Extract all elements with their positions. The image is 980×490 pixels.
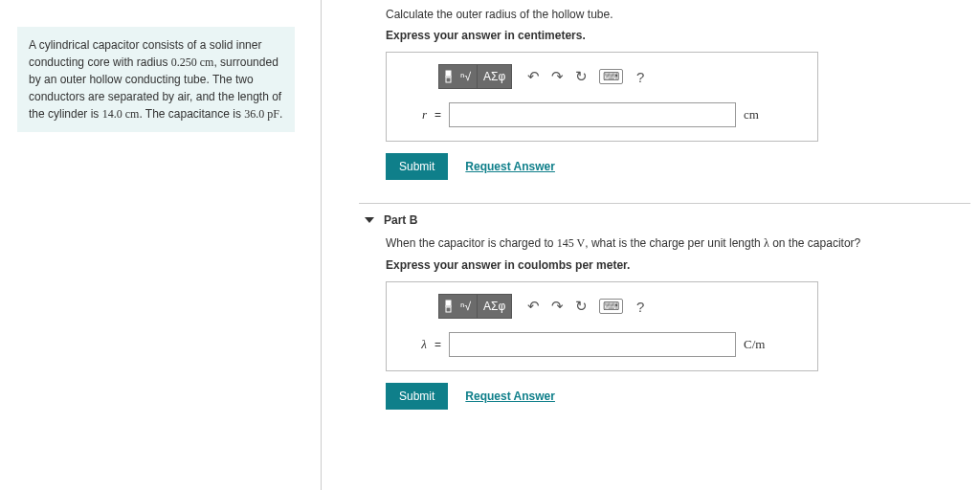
- keyboard-icon: ⌨: [599, 69, 623, 84]
- svg-rect-1: [446, 78, 451, 82]
- part-a-actions: Submit Request Answer: [386, 153, 970, 180]
- redo-icon: ↷: [551, 68, 564, 85]
- help-button[interactable]: ?: [629, 64, 652, 89]
- redo-icon: ↷: [551, 298, 564, 315]
- sqrt-icon: ⁿ√: [460, 300, 471, 313]
- problem-length: 14.0 cm: [102, 107, 140, 121]
- sqrt-icon: ⁿ√: [460, 70, 471, 83]
- request-answer-link[interactable]: Request Answer: [465, 390, 555, 403]
- greek-button[interactable]: ΑΣφ: [478, 294, 512, 319]
- fraction-template-icon: [445, 70, 458, 83]
- part-a-answer-box: ⁿ√ ΑΣφ ↶ ↷ ↻ ⌨ ? r = cm: [386, 52, 818, 142]
- part-a-body: Calculate the outer radius of the hollow…: [359, 4, 970, 188]
- problem-cap: 36.0 pF: [244, 107, 279, 121]
- template-button[interactable]: ⁿ√: [438, 294, 478, 319]
- greek-button[interactable]: ΑΣφ: [478, 64, 512, 89]
- undo-icon: ↶: [527, 298, 540, 315]
- part-a-prompt: Calculate the outer radius of the hollow…: [386, 8, 970, 21]
- part-b-instruction: Express your answer in coulombs per mete…: [386, 258, 970, 272]
- problem-text: .: [279, 107, 282, 121]
- submit-button[interactable]: Submit: [386, 153, 448, 180]
- answer-pane: Calculate the outer radius of the hollow…: [359, 0, 970, 417]
- part-a-equation-row: r = cm: [398, 102, 806, 127]
- part-b-body: When the capacitor is charged to 145 V, …: [359, 233, 970, 417]
- reset-icon: ↻: [575, 298, 588, 315]
- problem-text: . The capacitance is: [139, 107, 244, 121]
- part-a-instruction: Express your answer in centimeters.: [386, 29, 970, 42]
- problem-statement-pane: A cylindrical capacitor consists of a so…: [17, 27, 295, 132]
- undo-icon: ↶: [527, 68, 540, 85]
- reset-button[interactable]: ↻: [569, 64, 593, 89]
- part-a-unit: cm: [744, 107, 759, 122]
- equation-toolbar: ⁿ√ ΑΣφ ↶ ↷ ↻ ⌨ ?: [438, 64, 806, 89]
- help-icon: ?: [636, 69, 644, 85]
- request-answer-link[interactable]: Request Answer: [465, 160, 555, 173]
- fraction-template-icon: [445, 300, 458, 313]
- part-b-equation-row: λ = C/m: [398, 332, 806, 357]
- keyboard-button[interactable]: ⌨: [593, 294, 629, 319]
- problem-radius: 0.250 cm: [171, 56, 214, 69]
- part-a-variable: r: [398, 107, 427, 122]
- keyboard-icon: ⌨: [599, 299, 623, 314]
- part-b-answer-input[interactable]: [449, 332, 736, 357]
- template-button[interactable]: ⁿ√: [438, 64, 478, 89]
- redo-button[interactable]: ↷: [546, 64, 569, 89]
- svg-rect-3: [446, 301, 451, 305]
- reset-icon: ↻: [575, 68, 588, 85]
- reset-button[interactable]: ↻: [569, 294, 593, 319]
- help-button[interactable]: ?: [629, 294, 652, 319]
- part-b-prompt: When the capacitor is charged to 145 V, …: [386, 236, 970, 251]
- undo-button[interactable]: ↶: [522, 64, 546, 89]
- keyboard-button[interactable]: ⌨: [593, 64, 629, 89]
- voltage-value: 145 V: [557, 236, 585, 250]
- part-a-answer-input[interactable]: [449, 102, 736, 127]
- part-b-answer-box: ⁿ√ ΑΣφ ↶ ↷ ↻ ⌨ ? λ = C/m: [386, 281, 818, 371]
- part-b-unit: C/m: [744, 337, 765, 352]
- equation-toolbar: ⁿ√ ΑΣφ ↶ ↷ ↻ ⌨ ?: [438, 294, 806, 319]
- chevron-down-icon: [365, 217, 374, 223]
- svg-rect-0: [446, 71, 451, 76]
- redo-button[interactable]: ↷: [546, 294, 569, 319]
- svg-rect-4: [446, 307, 451, 312]
- undo-button[interactable]: ↶: [522, 294, 546, 319]
- help-icon: ?: [636, 299, 644, 315]
- part-b-title: Part B: [384, 213, 417, 227]
- problem-statement: A cylindrical capacitor consists of a so…: [17, 27, 295, 132]
- part-b-variable: λ: [398, 337, 427, 352]
- part-b-header[interactable]: Part B: [359, 203, 970, 233]
- vertical-divider: [321, 0, 322, 490]
- part-b-actions: Submit Request Answer: [386, 383, 970, 410]
- equals-sign: =: [434, 108, 441, 122]
- prompt-text: When the capacitor is charged to: [386, 236, 557, 250]
- submit-button[interactable]: Submit: [386, 383, 448, 410]
- prompt-text: on the capacitor?: [769, 236, 860, 250]
- prompt-text: , what is the charge per unit length: [585, 236, 764, 250]
- equals-sign: =: [434, 338, 441, 351]
